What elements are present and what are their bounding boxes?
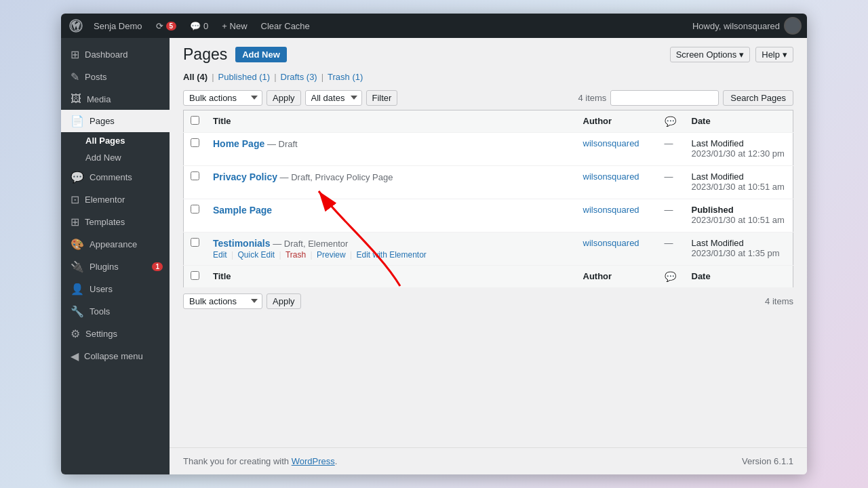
updates-item[interactable]: ⟳ 5 bbox=[151, 14, 182, 38]
preview-link-4[interactable]: Preview bbox=[317, 250, 346, 260]
filter-tab-all[interactable]: All (4) bbox=[183, 70, 208, 83]
select-all-checkbox[interactable] bbox=[191, 116, 199, 125]
row-actions-4: Edit | Quick Edit | Trash | Preview | Ed… bbox=[213, 250, 570, 260]
sidebar-item-comments[interactable]: 💬 Comments bbox=[61, 166, 170, 188]
author-column-footer: Author bbox=[576, 265, 658, 287]
avatar bbox=[784, 17, 802, 35]
comments-column-footer: 💬 bbox=[658, 265, 685, 287]
trash-link-4[interactable]: Trash bbox=[285, 250, 306, 260]
row-checkbox-4[interactable] bbox=[191, 238, 199, 247]
title-column-footer: Title bbox=[206, 265, 576, 287]
select-all-header bbox=[184, 110, 207, 132]
filter-tabs: All (4) | Published (1) | Drafts (3) | T… bbox=[170, 65, 807, 86]
edit-elementor-link-4[interactable]: Edit with Elementor bbox=[356, 250, 426, 260]
search-pages-button[interactable]: Search Pages bbox=[723, 90, 793, 106]
collapse-icon: ◀ bbox=[71, 350, 79, 363]
add-new-button[interactable]: Add New bbox=[235, 47, 287, 62]
filter-tab-trash[interactable]: Trash (1) bbox=[328, 70, 363, 83]
table-row: Sample Page Edit | Quick Edit | Trash | … bbox=[184, 199, 793, 232]
sidebar-sub-item-add-new[interactable]: Add New bbox=[61, 149, 170, 166]
date-column-footer: Date bbox=[685, 265, 793, 287]
row-checkbox-3[interactable] bbox=[191, 205, 199, 214]
author-link-1[interactable]: wilsonsquared bbox=[583, 138, 639, 148]
bulk-actions-select-bottom[interactable]: Bulk actions Edit Move to Trash bbox=[183, 293, 262, 309]
howdy-menu[interactable]: Howdy, wilsonsquared bbox=[692, 17, 802, 35]
table-row: Privacy Policy — Draft, Privacy Policy P… bbox=[184, 165, 793, 199]
page-title-link-3[interactable]: Sample Page bbox=[213, 205, 272, 216]
media-icon: 🖼 bbox=[71, 93, 81, 105]
author-link-2[interactable]: wilsonsquared bbox=[583, 171, 639, 182]
items-count-bottom: 4 items bbox=[765, 296, 793, 306]
sidebar-item-media[interactable]: 🖼 Media bbox=[61, 88, 170, 110]
author-link-3[interactable]: wilsonsquared bbox=[583, 205, 639, 215]
sidebar-item-appearance[interactable]: 🎨 Appearance bbox=[61, 233, 170, 256]
sidebar-item-plugins[interactable]: 🔌 Plugins 1 bbox=[61, 256, 170, 278]
site-name[interactable]: Senja Demo bbox=[88, 14, 148, 38]
tools-icon: 🔧 bbox=[71, 305, 84, 318]
templates-icon: ⊞ bbox=[71, 216, 79, 228]
date-filter-select[interactable]: All dates bbox=[305, 90, 362, 106]
bulk-actions-select[interactable]: Bulk actions Edit Move to Trash bbox=[183, 90, 262, 106]
screen-options-button[interactable]: Screen Options ▾ bbox=[670, 47, 751, 62]
row-checkbox-1[interactable] bbox=[191, 138, 199, 147]
wordpress-logo-icon[interactable] bbox=[66, 16, 85, 35]
filter-tab-drafts[interactable]: Drafts (3) bbox=[281, 70, 317, 83]
page-title-link-1[interactable]: Home Page bbox=[213, 138, 264, 149]
footer: Thank you for creating with WordPress. V… bbox=[170, 447, 807, 474]
filter-button[interactable]: Filter bbox=[366, 90, 398, 106]
posts-icon: ✎ bbox=[71, 70, 79, 83]
toolbar-right: 4 items Search Pages bbox=[578, 90, 793, 106]
comment-icon: 💬 bbox=[665, 116, 676, 127]
sidebar-item-posts[interactable]: ✎ Posts bbox=[61, 66, 170, 88]
quick-edit-link-4[interactable]: Quick Edit bbox=[237, 250, 275, 260]
sidebar-item-users[interactable]: 👤 Users bbox=[61, 278, 170, 300]
header-right: Screen Options ▾ Help ▾ bbox=[670, 47, 793, 62]
content-header: Pages Add New Screen Options ▾ Help ▾ bbox=[170, 38, 807, 65]
new-item[interactable]: + New bbox=[216, 14, 252, 38]
chevron-down-icon: ▾ bbox=[783, 49, 787, 60]
wordpress-link[interactable]: WordPress bbox=[292, 456, 335, 466]
sidebar-item-tools[interactable]: 🔧 Tools bbox=[61, 300, 170, 323]
comment-icon-bottom: 💬 bbox=[665, 271, 676, 282]
plugins-icon: 🔌 bbox=[71, 260, 84, 273]
toolbar-left: Bulk actions Edit Move to Trash Apply Al… bbox=[183, 90, 397, 106]
author-link-4[interactable]: wilsonsquared bbox=[583, 238, 639, 248]
table-header-row: Title Author 💬 Date bbox=[184, 110, 793, 132]
sidebar-item-templates[interactable]: ⊞ Templates bbox=[61, 211, 170, 233]
items-count: 4 items bbox=[578, 93, 606, 103]
comments-item[interactable]: 💬 0 bbox=[184, 14, 214, 38]
apply-button-bottom[interactable]: Apply bbox=[267, 293, 301, 309]
bottom-toolbar-left: Bulk actions Edit Move to Trash Apply bbox=[183, 293, 301, 309]
search-input[interactable] bbox=[610, 90, 719, 106]
sidebar-sub-item-all-pages[interactable]: All Pages bbox=[61, 132, 170, 149]
sidebar-item-dashboard[interactable]: ⊞ Dashboard bbox=[61, 43, 170, 66]
comments-sidebar-icon: 💬 bbox=[71, 171, 84, 184]
settings-icon: ⚙ bbox=[71, 327, 80, 340]
appearance-icon: 🎨 bbox=[71, 238, 84, 251]
admin-bar-right: Howdy, wilsonsquared bbox=[692, 17, 802, 35]
top-toolbar: Bulk actions Edit Move to Trash Apply Al… bbox=[170, 86, 807, 110]
filter-tab-published[interactable]: Published (1) bbox=[218, 70, 271, 83]
author-column-header: Author bbox=[576, 110, 658, 132]
help-button[interactable]: Help ▾ bbox=[755, 47, 793, 62]
title-column-header[interactable]: Title bbox=[206, 110, 576, 132]
admin-bar: Senja Demo ⟳ 5 💬 0 + New Clear Cache How… bbox=[61, 14, 807, 38]
pages-table: Title Author 💬 Date bbox=[183, 110, 793, 288]
apply-button[interactable]: Apply bbox=[267, 90, 301, 106]
sidebar-item-pages[interactable]: 📄 Pages bbox=[61, 110, 170, 132]
sidebar-item-settings[interactable]: ⚙ Settings bbox=[61, 323, 170, 345]
clear-cache-item[interactable]: Clear Cache bbox=[256, 14, 315, 38]
page-title: Pages bbox=[183, 45, 227, 65]
comments-icon: 💬 bbox=[190, 21, 201, 31]
date-column-header[interactable]: Date bbox=[685, 110, 793, 132]
edit-link-4[interactable]: Edit bbox=[213, 250, 227, 260]
sidebar-item-elementor[interactable]: ⊡ Elementor bbox=[61, 188, 170, 211]
row-checkbox-2[interactable] bbox=[191, 171, 199, 180]
page-title-link-2[interactable]: Privacy Policy bbox=[213, 171, 277, 182]
sidebar-item-collapse[interactable]: ◀ Collapse menu bbox=[61, 345, 170, 367]
table-row: Home Page — Draft Edit | Quick Edit | Tr… bbox=[184, 132, 793, 165]
content-area: Pages Add New Screen Options ▾ Help ▾ Al… bbox=[170, 38, 807, 474]
dashboard-icon: ⊞ bbox=[71, 48, 79, 61]
select-all-checkbox-bottom[interactable] bbox=[191, 271, 199, 280]
page-title-link-4[interactable]: Testimonials bbox=[213, 238, 271, 249]
